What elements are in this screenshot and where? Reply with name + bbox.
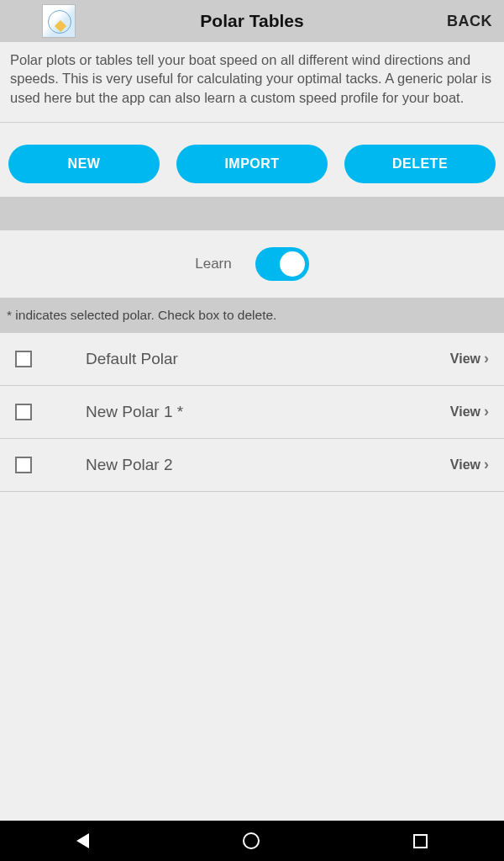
- checkbox[interactable]: [15, 351, 32, 367]
- new-button[interactable]: NEW: [8, 145, 160, 183]
- android-navbar: [0, 821, 504, 861]
- view-label: View: [450, 351, 480, 367]
- list-item: New Polar 2 View ›: [0, 439, 504, 492]
- learn-toggle[interactable]: [255, 247, 309, 281]
- chevron-right-icon: ›: [484, 456, 489, 473]
- view-button[interactable]: View ›: [450, 456, 489, 473]
- page-title: Polar Tables: [200, 11, 303, 31]
- description-text: Polar plots or tables tell your boat spe…: [0, 42, 504, 123]
- chevron-right-icon: ›: [484, 350, 489, 367]
- polar-name: New Polar 2: [86, 456, 450, 474]
- checkbox[interactable]: [15, 404, 32, 420]
- nav-back-icon[interactable]: [76, 833, 89, 848]
- chevron-right-icon: ›: [484, 403, 489, 420]
- toggle-knob: [280, 251, 305, 277]
- view-button[interactable]: View ›: [450, 350, 489, 367]
- view-label: View: [450, 457, 480, 473]
- checkbox[interactable]: [15, 457, 32, 473]
- import-button[interactable]: IMPORT: [176, 145, 328, 183]
- app-icon: [42, 4, 76, 38]
- polar-list: Default Polar View › New Polar 1 * View …: [0, 333, 504, 492]
- hint-text: * indicates selected polar. Check box to…: [0, 298, 504, 333]
- learn-label: Learn: [195, 256, 231, 272]
- nav-recent-icon[interactable]: [413, 834, 428, 848]
- list-item: Default Polar View ›: [0, 333, 504, 386]
- view-label: View: [450, 404, 480, 420]
- nav-home-icon[interactable]: [243, 832, 260, 849]
- polar-name: Default Polar: [86, 350, 450, 368]
- learn-row: Learn: [0, 230, 504, 298]
- polar-name: New Polar 1 *: [86, 403, 450, 421]
- header-bar: Polar Tables BACK: [0, 0, 504, 42]
- list-item: New Polar 1 * View ›: [0, 386, 504, 439]
- view-button[interactable]: View ›: [450, 403, 489, 420]
- delete-button[interactable]: DELETE: [344, 145, 496, 183]
- action-button-row: NEW IMPORT DELETE: [0, 123, 504, 197]
- back-button[interactable]: BACK: [447, 13, 492, 30]
- empty-area: [0, 492, 504, 828]
- divider-bar: [0, 197, 504, 230]
